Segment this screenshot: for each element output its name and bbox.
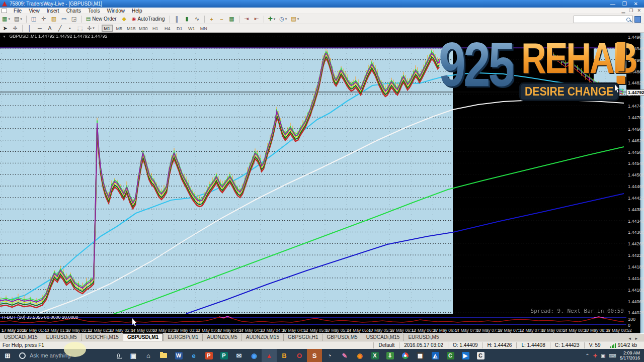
chart-tab-usdchfi-m15[interactable]: USDCHFi,M15 bbox=[81, 334, 123, 341]
edge-icon[interactable]: e bbox=[186, 349, 201, 362]
recorder-icon[interactable]: C bbox=[473, 349, 488, 362]
chevron-up-icon[interactable]: ⌃ bbox=[585, 353, 589, 358]
chrome-icon[interactable] bbox=[397, 349, 413, 362]
word-icon[interactable]: W bbox=[171, 349, 186, 362]
data-window-icon[interactable]: ✛ bbox=[39, 15, 48, 23]
zoom-out-icon[interactable]: − bbox=[217, 15, 226, 23]
menu-view[interactable]: View bbox=[25, 8, 43, 14]
timeframe-h4-button[interactable]: H4 bbox=[162, 25, 173, 32]
store-icon[interactable]: ⌂ bbox=[141, 349, 156, 362]
doc-close-button[interactable]: ✕ bbox=[637, 8, 641, 13]
menu-window[interactable]: Window bbox=[103, 8, 128, 14]
timeframe-m15-button[interactable]: M15 bbox=[126, 25, 137, 32]
doc-minimize-button[interactable]: ▁ bbox=[621, 8, 625, 13]
chevron-down-icon[interactable]: ▼ bbox=[3, 35, 6, 38]
trendline-tool-icon[interactable]: ╱ bbox=[55, 24, 64, 32]
search-go-button[interactable] bbox=[634, 16, 641, 23]
mail-icon[interactable]: ✉ bbox=[231, 349, 247, 362]
menu-charts[interactable]: Charts bbox=[63, 8, 85, 14]
bar-chart-icon[interactable]: ║ bbox=[173, 15, 182, 23]
opera-icon[interactable]: O bbox=[292, 349, 307, 362]
text-tool-icon[interactable]: A bbox=[45, 24, 54, 32]
doc-restore-button[interactable]: ❐ bbox=[629, 8, 633, 13]
movies-icon[interactable]: ▶ bbox=[458, 349, 473, 362]
hbot-indicator-canvas[interactable] bbox=[0, 314, 626, 327]
templates-icon[interactable]: ▤ bbox=[289, 15, 300, 23]
cortana-search[interactable]: Ask me anything bbox=[15, 349, 111, 362]
timeframe-m1-button[interactable]: M1 bbox=[102, 25, 113, 32]
shape-tool-icon[interactable]: ▪ bbox=[65, 24, 74, 32]
timeframe-m30-button[interactable]: M30 bbox=[138, 25, 149, 32]
indicators-icon[interactable]: ✚ bbox=[267, 15, 277, 23]
new-chart-icon[interactable]: ▦ bbox=[1, 15, 12, 23]
timeframe-h1-button[interactable]: H1 bbox=[150, 25, 161, 32]
chart-tab-usdcadi-m15[interactable]: USDCADi,M15 bbox=[0, 334, 42, 341]
hline-tool-icon[interactable]: ─ bbox=[35, 24, 44, 32]
chart-shift-icon[interactable]: ⇤ bbox=[252, 15, 261, 23]
chart-tab-gbpusdi-m5[interactable]: GBPUSDi,M5 bbox=[323, 334, 362, 341]
b-app-icon[interactable]: B bbox=[277, 349, 292, 362]
tester-icon[interactable]: ◲ bbox=[69, 15, 78, 23]
idm-icon[interactable]: ⇩ bbox=[382, 349, 397, 362]
price-axis[interactable]: 1.449851.449451.449051.448651.448251.447… bbox=[626, 33, 640, 333]
vline-tool-icon[interactable]: │ bbox=[25, 24, 34, 32]
file-explorer-icon[interactable] bbox=[156, 349, 171, 362]
people-icon[interactable]: ◉ bbox=[247, 349, 262, 362]
terminal-icon[interactable]: ▭ bbox=[59, 15, 68, 23]
line-chart-icon[interactable]: ∿ bbox=[193, 15, 202, 23]
zoom-in-icon[interactable]: + bbox=[207, 15, 216, 23]
keyboard-tray-icon[interactable]: ⌨ bbox=[609, 353, 616, 358]
status-profile[interactable]: Default bbox=[373, 342, 399, 348]
channel-tool-icon[interactable]: ⬚ bbox=[75, 24, 85, 32]
crosshair-tool-icon[interactable]: ✛ bbox=[11, 24, 20, 32]
design-app-icon[interactable]: ✎ bbox=[337, 349, 352, 362]
firefox-icon[interactable]: ◉ bbox=[352, 349, 367, 362]
profiles-icon[interactable]: ▤ bbox=[13, 15, 24, 23]
calculator-icon[interactable]: ▦ bbox=[413, 349, 428, 362]
mql-icon[interactable]: ◆ bbox=[120, 15, 129, 23]
chart-tab-eurgbpi-m1[interactable]: EURGBPi,M1 bbox=[163, 334, 202, 341]
market-watch-icon[interactable]: ◫ bbox=[29, 15, 38, 23]
camtasia-icon[interactable]: C bbox=[443, 349, 458, 362]
search-input[interactable] bbox=[574, 17, 626, 22]
timeframe-d1-button[interactable]: D1 bbox=[174, 25, 185, 32]
start-button[interactable]: ⊞ bbox=[0, 349, 15, 362]
publisher-icon[interactable]: P bbox=[216, 349, 231, 362]
timeframe-m5-button[interactable]: M5 bbox=[114, 25, 125, 32]
periods-icon[interactable]: ◷ bbox=[278, 15, 288, 23]
microphone-icon[interactable] bbox=[111, 349, 126, 362]
tile-windows-icon[interactable]: ▦ bbox=[227, 15, 236, 23]
chart-tab-audnzdi-m5[interactable]: AUDNZDi,M5 bbox=[202, 334, 242, 341]
menu-tools[interactable]: Tools bbox=[85, 8, 103, 14]
chart-tab-audnzdi-m15[interactable]: AUDNZDi,M15 bbox=[242, 334, 283, 341]
chart-tab-usdcadi-m15[interactable]: USDCADi,M15 bbox=[362, 334, 404, 341]
task-view-icon[interactable]: ▣ bbox=[126, 349, 141, 362]
arrows-tool-icon[interactable]: ✢ bbox=[86, 24, 96, 32]
menu-insert[interactable]: Insert bbox=[43, 8, 63, 14]
autotrading-button[interactable]: ◉AutoTrading bbox=[129, 15, 168, 23]
security-tray-icon[interactable]: ✚ bbox=[593, 353, 597, 358]
new-order-button[interactable]: ▤New Order bbox=[84, 15, 119, 23]
menu-file[interactable]: File bbox=[10, 8, 25, 14]
maximize-button[interactable]: ❐ bbox=[622, 1, 627, 7]
minimize-button[interactable]: — bbox=[610, 1, 615, 7]
search-icon[interactable] bbox=[626, 18, 630, 22]
chart-tab-gbpsgdi-h1[interactable]: GBPSGDi,H1 bbox=[283, 334, 323, 341]
excel-icon[interactable]: X bbox=[367, 349, 382, 362]
timeframe-mn-button[interactable]: MN bbox=[198, 25, 209, 32]
time-axis[interactable]: 17 May 201617 May 01:4017 May 01:5617 Ma… bbox=[0, 327, 626, 333]
auto-scroll-icon[interactable]: ⇥ bbox=[242, 15, 251, 23]
chart-tab-eurusdi-m5[interactable]: EURUSDi,M5 bbox=[404, 334, 443, 341]
menu-help[interactable]: Help bbox=[128, 8, 146, 14]
chart-tab-gbpusdi-m1[interactable]: GBPUSDi,M1 bbox=[123, 333, 163, 341]
photos-icon[interactable]: ◭ bbox=[428, 349, 443, 362]
navigator-icon[interactable]: ▥ bbox=[49, 15, 58, 23]
chart-tab-eurusdi-m5[interactable]: EURUSDi,M5 bbox=[42, 334, 81, 341]
mt4-icon[interactable]: ▲ bbox=[262, 349, 277, 362]
candle-chart-icon[interactable]: ▮ bbox=[183, 15, 192, 23]
powerpoint-icon[interactable]: P bbox=[201, 349, 216, 362]
skype-icon[interactable]: S bbox=[307, 349, 322, 362]
cursor-tool-icon[interactable]: ➤ bbox=[1, 24, 10, 32]
timeframe-w1-button[interactable]: W1 bbox=[186, 25, 197, 32]
compass-icon[interactable]: ◔ bbox=[322, 349, 337, 362]
